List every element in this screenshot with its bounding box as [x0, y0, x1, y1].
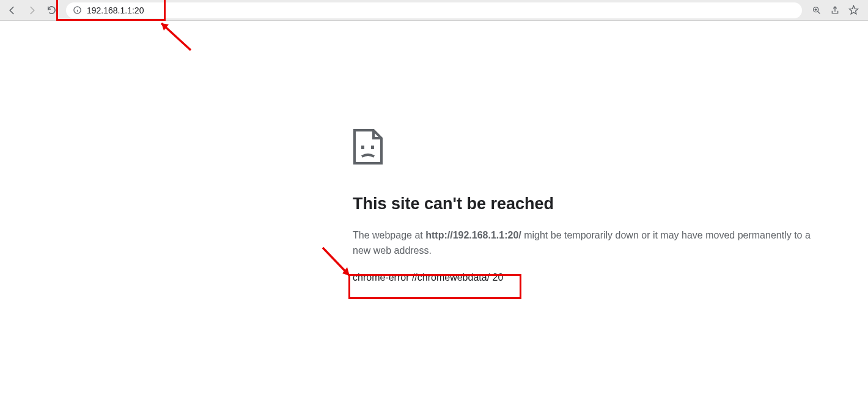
svg-line-10: [161, 23, 191, 50]
address-bar[interactable]: 192.168.1.1:20: [66, 2, 802, 18]
error-description: The webpage at http://192.168.1.1:20/ mi…: [353, 228, 817, 259]
bookmark-star-icon[interactable]: [845, 2, 862, 19]
error-page-content: This site can't be reached The webpage a…: [353, 128, 817, 283]
back-button[interactable]: [4, 2, 21, 19]
svg-line-4: [818, 11, 820, 13]
error-desc-url: http://192.168.1.1:20/: [425, 230, 521, 240]
site-info-icon[interactable]: [72, 6, 82, 15]
svg-line-12: [323, 248, 350, 276]
svg-marker-11: [161, 23, 169, 31]
svg-rect-8: [361, 146, 364, 149]
error-desc-prefix: The webpage at: [353, 230, 425, 240]
annotation-arrow-url: [154, 17, 197, 54]
forward-button[interactable]: [23, 2, 40, 19]
reload-button[interactable]: [43, 2, 60, 19]
svg-marker-13: [342, 267, 350, 276]
url-text[interactable]: 192.168.1.1:20: [87, 6, 796, 15]
error-code: chrome-error //chromewebdata/ 20: [353, 272, 503, 283]
svg-marker-7: [849, 6, 858, 13]
zoom-icon[interactable]: [808, 2, 825, 19]
browser-toolbar: 192.168.1.1:20: [0, 0, 868, 21]
sad-file-icon: [353, 128, 383, 165]
toolbar-right-icons: [808, 2, 864, 19]
share-icon[interactable]: [826, 2, 844, 19]
error-title: This site can't be reached: [353, 194, 817, 213]
svg-rect-9: [371, 146, 374, 149]
